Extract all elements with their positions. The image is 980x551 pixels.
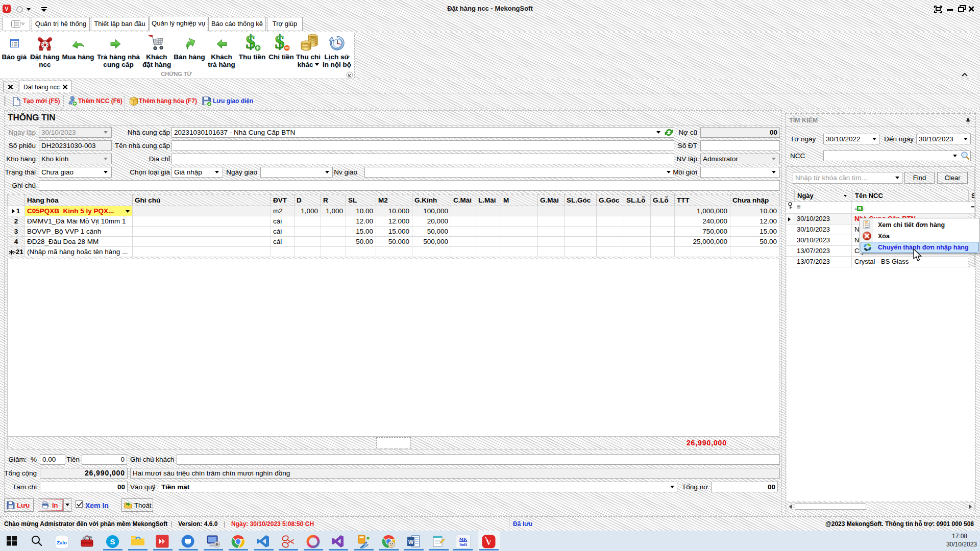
svg-text:MK: MK	[459, 537, 468, 542]
svg-text:Soft: Soft	[459, 542, 467, 547]
svg-text:$: $	[246, 33, 256, 53]
svg-text:S: S	[110, 537, 115, 546]
svg-text:Zalo: Zalo	[57, 540, 67, 545]
svg-text:W: W	[408, 539, 414, 545]
svg-text:$: $	[275, 33, 285, 53]
